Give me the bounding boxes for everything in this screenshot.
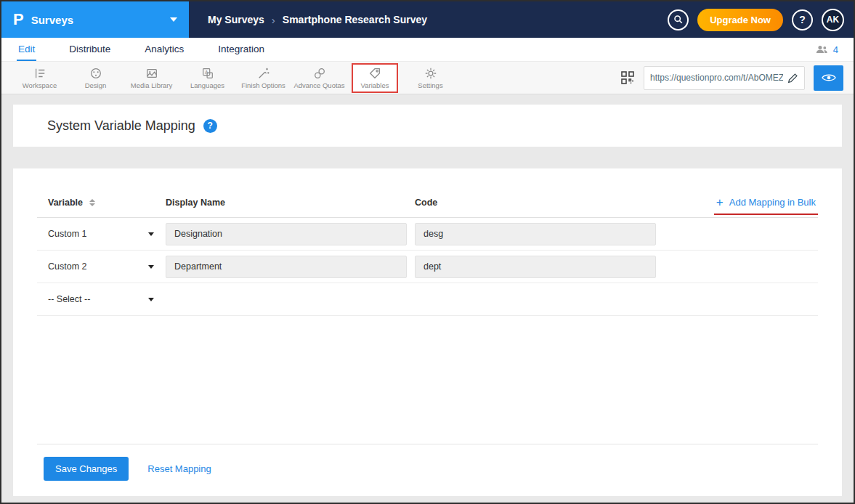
toolbar-item-media-library[interactable]: Media Library (123, 67, 179, 89)
question-mark-icon: ? (208, 121, 213, 131)
eye-icon (822, 73, 836, 83)
page-title-band: System Variable Mapping ? (13, 105, 842, 147)
toolbar-item-settings[interactable]: Settings (402, 67, 458, 89)
mapping-card: Variable Display Name Code + Add Mapping… (13, 168, 842, 496)
variable-select-3[interactable]: -- Select -- (48, 294, 154, 304)
toolbar-right (620, 65, 843, 91)
display-name-input-1[interactable] (166, 223, 407, 245)
qr-code-icon (620, 70, 635, 85)
table-header-row: Variable Display Name Code + Add Mapping… (37, 187, 818, 218)
column-header-display-name: Display Name (166, 198, 415, 208)
code-input-2[interactable] (415, 256, 656, 278)
top-header: P Surveys My Surveys › Smartphone Resear… (1, 1, 854, 38)
product-name: Surveys (31, 14, 73, 26)
reset-mapping-link[interactable]: Reset Mapping (147, 463, 211, 474)
chevron-down-icon (148, 265, 154, 269)
title-help-icon[interactable]: ? (203, 119, 217, 133)
edit-pencil-icon[interactable] (787, 73, 798, 84)
chevron-down-icon (148, 298, 154, 301)
sort-icon[interactable] (89, 199, 95, 206)
breadcrumb-parent[interactable]: My Surveys (208, 14, 264, 25)
question-mark-icon: ? (799, 14, 806, 25)
collaborators-count: 4 (833, 44, 838, 55)
plus-icon: + (716, 198, 724, 208)
settings-gear-icon (424, 67, 437, 80)
breadcrumb: My Surveys › Smartphone Research Survey (189, 1, 427, 38)
survey-url-box (644, 66, 805, 90)
code-input-1[interactable] (415, 223, 656, 245)
preview-button[interactable] (814, 65, 843, 91)
toolbar-item-languages[interactable]: A Languages (179, 67, 235, 89)
variables-tag-icon (368, 67, 381, 80)
product-switcher[interactable]: P Surveys (1, 1, 189, 38)
display-name-input-2[interactable] (166, 256, 407, 278)
column-header-code: Code (415, 198, 714, 208)
chevron-down-icon (148, 232, 154, 236)
variable-select-value: Custom 2 (48, 261, 87, 272)
media-library-icon (145, 67, 158, 80)
toolbar-item-design[interactable]: Design (68, 67, 123, 89)
advance-quotas-icon (313, 67, 326, 80)
help-button[interactable]: ? (792, 9, 813, 31)
design-icon (89, 67, 102, 80)
tab-edit[interactable]: Edit (17, 38, 36, 61)
languages-icon: A (201, 67, 214, 80)
toolbar-item-label: Languages (190, 81, 224, 89)
page-title: System Variable Mapping (47, 118, 195, 134)
toolbar-item-label: Design (85, 81, 107, 89)
table-row: -- Select -- (37, 283, 818, 316)
chevron-down-icon (170, 17, 177, 22)
qr-code-button[interactable] (620, 70, 635, 85)
toolbar-item-label: Media Library (131, 81, 173, 89)
card-footer: Save Changes Reset Mapping (37, 444, 818, 496)
column-header-variable: Variable (37, 198, 166, 208)
toolbar-item-label: Variables (361, 81, 389, 89)
table-row: Custom 1 (37, 218, 818, 251)
variable-select-value: Custom 1 (48, 229, 87, 239)
toolbar-item-finish-options[interactable]: Finish Options (235, 67, 291, 89)
toolbar-item-label: Finish Options (241, 81, 285, 89)
breadcrumb-separator-icon: › (272, 14, 275, 26)
people-icon (816, 44, 828, 54)
save-changes-button[interactable]: Save Changes (44, 457, 129, 481)
add-mapping-in-bulk-label: Add Mapping in Bulk (729, 197, 816, 208)
workspace-icon (33, 67, 46, 80)
tab-distribute[interactable]: Distribute (68, 38, 112, 61)
survey-url-input[interactable] (650, 73, 783, 83)
svg-text:A: A (204, 69, 208, 74)
table-row: Custom 2 (37, 251, 818, 283)
collaborators-indicator[interactable]: 4 (816, 38, 838, 61)
variable-select-1[interactable]: Custom 1 (48, 229, 154, 239)
edit-toolbar: Workspace Design Media Library A Languag… (1, 61, 854, 94)
toolbar-item-workspace[interactable]: Workspace (12, 67, 68, 89)
breadcrumb-current: Smartphone Research Survey (283, 14, 427, 25)
toolbar-item-label: Settings (418, 81, 442, 89)
section-tabs: Edit Distribute Analytics Integration 4 (1, 38, 854, 61)
add-mapping-in-bulk-link[interactable]: + Add Mapping in Bulk (714, 197, 818, 215)
tab-integration[interactable]: Integration (216, 38, 266, 61)
app-window: P Surveys My Surveys › Smartphone Resear… (0, 0, 855, 504)
search-icon (673, 15, 684, 25)
toolbar-item-label: Advance Quotas (293, 81, 344, 89)
toolbar-item-variables[interactable]: Variables (352, 63, 398, 93)
upgrade-now-button[interactable]: Upgrade Now (697, 9, 783, 31)
avatar[interactable]: AK (822, 9, 844, 31)
finish-options-icon (257, 67, 270, 80)
header-actions: Upgrade Now ? AK (668, 1, 854, 38)
search-button[interactable] (668, 9, 689, 31)
questionpro-logo: P (13, 12, 24, 28)
column-header-label: Variable (48, 198, 83, 208)
variable-select-2[interactable]: Custom 2 (48, 261, 154, 272)
toolbar-item-advance-quotas[interactable]: Advance Quotas (291, 67, 347, 89)
content-area: System Variable Mapping ? Variable Displ… (1, 94, 854, 503)
tab-analytics[interactable]: Analytics (143, 38, 185, 61)
variable-select-value: -- Select -- (48, 294, 90, 304)
toolbar-item-label: Workspace (23, 81, 57, 89)
